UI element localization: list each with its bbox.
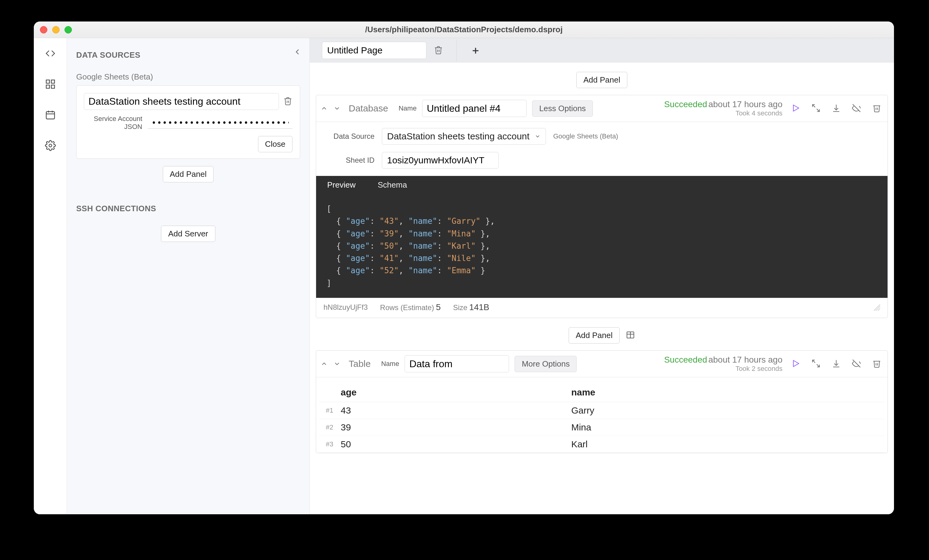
panel2-name-input[interactable] (405, 355, 509, 372)
cell-age: 50 (337, 436, 568, 453)
panel-meta: hN8lzuyUjFf3 Rows (Estimate)5 Size141B (316, 298, 888, 318)
fullscreen-button[interactable] (811, 104, 820, 113)
panel2-name-label: Name (381, 360, 399, 368)
scheduler-icon[interactable] (44, 109, 57, 121)
add-page-button[interactable]: ＋ (470, 43, 481, 57)
cell-name: Karl (568, 436, 885, 453)
tab-schema[interactable]: Schema (366, 176, 418, 194)
titlebar: /Users/philipeaton/DataStationProjects/d… (34, 21, 894, 38)
settings-icon[interactable] (44, 139, 57, 151)
move-panel-up-button-2[interactable] (320, 360, 328, 367)
more-options-button[interactable]: More Options (515, 356, 576, 372)
result-table: age name #143Garry#239Mina#350Karl (319, 383, 885, 453)
panel-name-label: Name (399, 104, 417, 112)
svg-point-8 (49, 144, 52, 147)
result-tabs: Preview Schema (316, 176, 888, 194)
svg-line-12 (853, 104, 860, 112)
cell-age: 43 (337, 402, 568, 419)
page-name-input[interactable] (322, 42, 426, 59)
main-area: ＋ Add Panel Database Name Less Options (310, 38, 894, 514)
dashboard-icon[interactable] (44, 78, 57, 90)
svg-line-10 (812, 104, 816, 107)
close-data-source-button[interactable]: Close (258, 136, 293, 152)
data-source-card: Service Account JSON Close (76, 85, 300, 159)
sidebar-add-panel-button[interactable]: Add Panel (163, 166, 214, 182)
data-source-type-label: Google Sheets (Beta) (76, 72, 300, 82)
row-index: #2 (319, 419, 337, 436)
svg-rect-4 (46, 112, 54, 119)
panel-status: Succeeded about 17 hours ago Took 4 seco… (664, 99, 782, 117)
sidebar: DATA SOURCES Google Sheets (Beta) Servic… (67, 38, 310, 514)
col-age: age (337, 383, 568, 402)
hide-button[interactable] (852, 104, 861, 113)
cell-name: Mina (568, 419, 885, 436)
download2-button[interactable] (832, 359, 841, 369)
resize-handle[interactable] (874, 304, 880, 311)
panel-name-input[interactable] (422, 100, 527, 117)
run-panel2-button[interactable] (791, 359, 800, 369)
svg-line-18 (817, 364, 820, 367)
svg-rect-2 (46, 85, 49, 89)
editor-icon[interactable] (44, 47, 57, 60)
page-tabs-bar: ＋ (310, 38, 894, 63)
service-account-label: Service Account JSON (84, 115, 142, 131)
sheet-id-input[interactable] (382, 152, 498, 168)
delete-panel2-button[interactable] (872, 359, 881, 369)
icon-rail (34, 38, 67, 514)
svg-rect-3 (51, 85, 55, 89)
delete-page-button[interactable] (434, 46, 443, 55)
data-source-select[interactable]: DataStation sheets testing account (382, 128, 546, 145)
svg-line-17 (812, 360, 816, 363)
panel-table: Table Name More Options Succeeded about … (316, 350, 888, 453)
panel2-type-label: Table (349, 359, 371, 369)
svg-marker-9 (794, 105, 799, 111)
svg-rect-1 (51, 80, 55, 84)
preview-code: [ { "age": "43", "name": "Garry" }, { "a… (316, 194, 888, 298)
col-name: name (568, 383, 885, 402)
tab-preview[interactable]: Preview (316, 176, 366, 194)
table-row: #143Garry (319, 402, 885, 419)
data-sources-heading: DATA SOURCES (76, 50, 300, 60)
svg-rect-0 (46, 80, 49, 84)
svg-line-11 (817, 109, 820, 112)
tab-divider (457, 40, 457, 61)
cell-age: 39 (337, 419, 568, 436)
run-panel-button[interactable] (791, 104, 800, 113)
delete-data-source-button[interactable] (283, 96, 293, 107)
download-button[interactable] (832, 104, 841, 113)
app-window: /Users/philipeaton/DataStationProjects/d… (34, 21, 894, 514)
move-panel-down-button[interactable] (333, 105, 341, 112)
window-title: /Users/philipeaton/DataStationProjects/d… (34, 25, 894, 34)
service-account-json-input[interactable] (148, 117, 293, 129)
data-source-name-input[interactable] (84, 93, 279, 110)
data-source-type-hint: Google Sheets (Beta) (553, 132, 618, 140)
table-icon[interactable] (626, 330, 635, 340)
add-server-button[interactable]: Add Server (161, 226, 215, 242)
less-options-button[interactable]: Less Options (532, 100, 593, 117)
add-panel-button-top[interactable]: Add Panel (576, 72, 627, 88)
cell-name: Garry (568, 402, 885, 419)
svg-marker-16 (794, 360, 799, 367)
chevron-down-icon (535, 131, 541, 142)
table-row: #239Mina (319, 419, 885, 436)
add-panel-button-mid[interactable]: Add Panel (569, 327, 619, 344)
svg-line-19 (853, 360, 860, 367)
data-source-field-label: Data Source (325, 132, 374, 141)
panel2-status: Succeeded about 17 hours ago Took 2 seco… (664, 355, 782, 373)
table-row: #350Karl (319, 436, 885, 453)
panel-type-label: Database (349, 103, 388, 113)
move-panel-down-button-2[interactable] (333, 360, 341, 367)
row-index: #1 (319, 402, 337, 419)
row-index: #3 (319, 436, 337, 453)
hide2-button[interactable] (852, 359, 861, 369)
move-panel-up-button[interactable] (320, 105, 328, 112)
collapse-sidebar-button[interactable] (293, 47, 302, 57)
delete-panel-button[interactable] (872, 104, 881, 113)
panel-database: Database Name Less Options Succeeded abo… (316, 95, 888, 318)
sheet-id-label: Sheet ID (325, 156, 374, 165)
ssh-connections-heading: SSH CONNECTIONS (76, 204, 300, 213)
panel-result-id: hN8lzuyUjFf3 (323, 303, 368, 312)
fullscreen2-button[interactable] (811, 359, 820, 369)
